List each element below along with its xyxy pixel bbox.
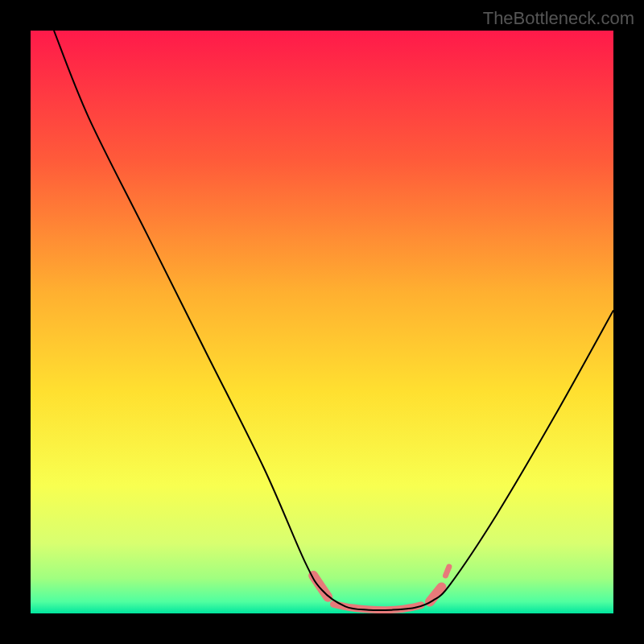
highlight-right-blob: [445, 567, 448, 576]
plot-area: [31, 31, 613, 613]
gradient-background: [31, 31, 613, 613]
chart-container: TheBottleneck.com: [0, 0, 644, 644]
chart-svg: [31, 31, 613, 613]
watermark-text: TheBottleneck.com: [483, 8, 634, 29]
